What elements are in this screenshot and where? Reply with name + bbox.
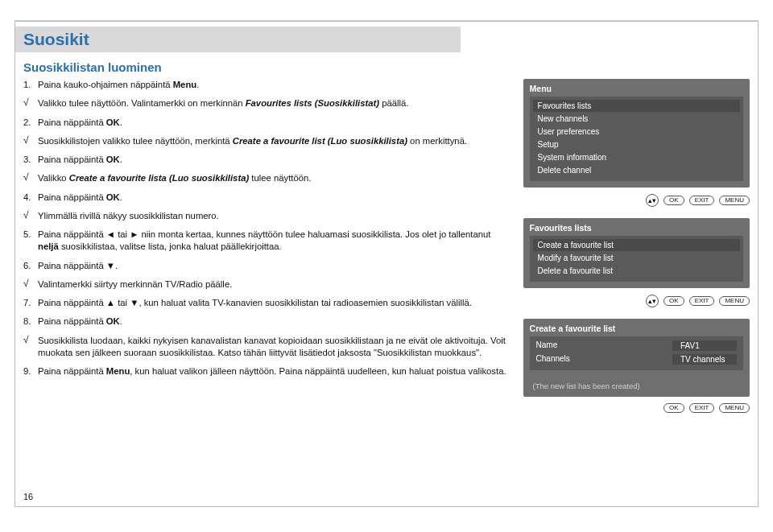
exit-pill: EXIT — [689, 296, 715, 306]
step-1: 1. Paina kauko-ohjaimen näppäintä Menu. — [23, 79, 509, 91]
page-number: 16 — [23, 492, 33, 501]
left-arrow-icon: ◄ — [106, 229, 115, 239]
menu-item: Favourites lists — [533, 100, 740, 112]
step-8: 8. Paina näppäintä OK. — [23, 315, 509, 328]
result-4: √ Ylimmällä rivillä näkyy suosikkilistan… — [23, 210, 509, 222]
favlists-panel-title: Favourites lists — [530, 223, 743, 233]
result-6: √ Valintamerkki siirtyy merkinnän TV/Rad… — [23, 278, 509, 291]
create-panel-title: Create a favourite list — [530, 324, 743, 333]
tabs-row — [14, 0, 759, 21]
step-6: 6. Paina näppäintä ▼. — [23, 260, 509, 272]
result-8: √ Suosikkilista luodaan, kaikki nykyisen… — [23, 335, 509, 360]
updown-icon: ▴▾ — [646, 194, 659, 207]
ok-pill: OK — [663, 403, 684, 413]
result-2: √ Suosikkilistojen valikko tulee näyttöö… — [23, 135, 509, 147]
step-4: 4. Paina näppäintä OK. — [23, 192, 509, 204]
create-panel: Create a favourite list Name FAV1 Channe… — [523, 319, 750, 397]
section-title: Suosikkilistan luominen — [23, 60, 758, 74]
create-row-channels: Channels TV channels — [533, 353, 740, 366]
menu-pill: MENU — [719, 196, 750, 205]
ok-pill: OK — [663, 296, 684, 306]
result-3: √ Valikko Create a favourite lista (Luo … — [23, 172, 509, 184]
control-row: ▴▾ OK EXIT MENU — [523, 295, 750, 307]
menu-item: Setup — [533, 138, 740, 151]
updown-icon: ▴▾ — [646, 295, 659, 307]
instructions-column: 1. Paina kauko-ohjaimen näppäintä Menu. … — [15, 79, 519, 515]
create-row-name: Name FAV1 — [533, 339, 740, 353]
heading-band: Suosikit — [15, 27, 461, 52]
up-arrow-icon: ▲ — [106, 298, 115, 307]
down-arrow-icon: ▼ — [106, 261, 115, 270]
page-frame: Suosikit Suosikkilistan luominen 1. Pain… — [14, 21, 759, 507]
fav-item: Modify a favourite list — [533, 252, 740, 264]
down-arrow-icon: ▼ — [130, 298, 138, 307]
menu-item: System information — [533, 151, 740, 163]
check-icon: √ — [23, 135, 38, 147]
step-2: 2. Paina näppäintä OK. — [23, 117, 509, 129]
screens-column: Menu Favourites lists New channels User … — [519, 79, 758, 515]
fav-item: Delete a favourite list — [533, 265, 740, 277]
menu-item: New channels — [533, 113, 740, 125]
exit-pill: EXIT — [689, 196, 715, 205]
menu-item: Delete channel — [533, 164, 740, 176]
create-note: (The new list has been created) — [530, 370, 743, 390]
check-icon: √ — [23, 97, 38, 109]
ok-pill: OK — [663, 196, 684, 205]
favlists-panel: Favourites lists Create a favourite list… — [523, 218, 750, 288]
step-9: 9. Paina näppäintä Menu, kun haluat vali… — [23, 365, 509, 377]
step-5: 5. Paina näppäintä ◄ tai ► niin monta ke… — [23, 229, 509, 254]
fav-item: Create a favourite list — [533, 239, 740, 251]
menu-pill: MENU — [719, 296, 750, 306]
menu-pill: MENU — [719, 403, 750, 413]
exit-pill: EXIT — [689, 403, 715, 413]
menu-panel-title: Menu — [530, 84, 743, 93]
page-title: Suosikit — [23, 30, 89, 48]
menu-panel: Menu Favourites lists New channels User … — [523, 79, 750, 188]
control-row: OK EXIT MENU — [523, 403, 750, 413]
step-7: 7. Paina näppäintä ▲ tai ▼, kun haluat v… — [23, 297, 509, 309]
step-3: 3. Paina näppäintä OK. — [23, 154, 509, 166]
control-row: ▴▾ OK EXIT MENU — [523, 194, 750, 207]
result-1: √ Valikko tulee näyttöön. Valintamerkki … — [23, 97, 509, 109]
menu-item: User preferences — [533, 126, 740, 138]
check-icon: √ — [23, 335, 38, 360]
check-icon: √ — [23, 210, 38, 222]
check-icon: √ — [23, 172, 38, 184]
check-icon: √ — [23, 278, 38, 291]
right-arrow-icon: ► — [130, 229, 138, 239]
